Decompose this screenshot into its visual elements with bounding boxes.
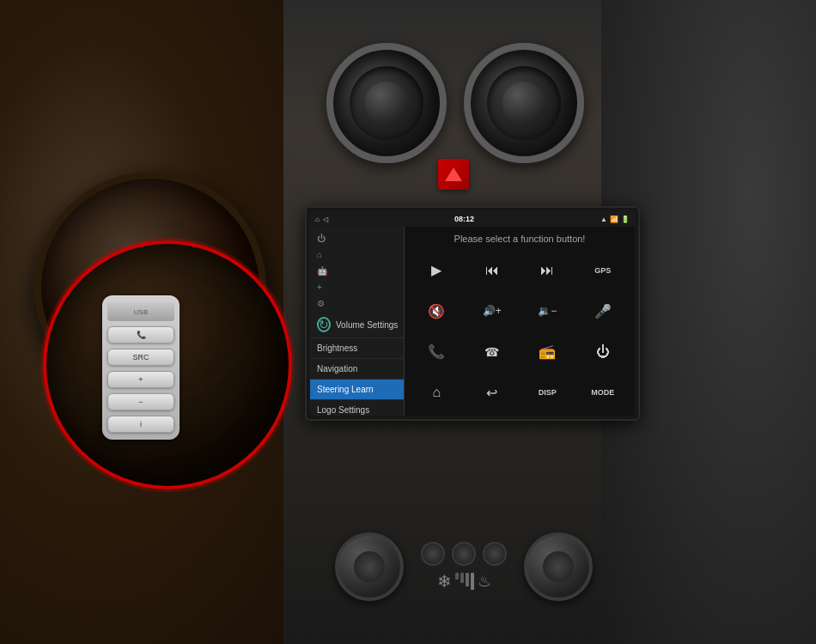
prompt-text: Please select a function button! [405, 227, 635, 247]
power-func-icon: ⏻ [596, 344, 610, 360]
settings-icon: ⚙ [317, 299, 325, 308]
steering-vol-up-btn[interactable]: + [107, 371, 174, 388]
menu-item-steering[interactable]: Steering Learn [310, 380, 404, 400]
func-radio-btn[interactable]: 📻 [521, 332, 575, 372]
radio-icon: 📻 [539, 343, 556, 360]
home-icon[interactable]: ⌂ [315, 216, 320, 223]
vent-right [464, 43, 584, 163]
vol-up-icon: 🔊+ [483, 305, 502, 317]
sidebar-settings-row[interactable]: ⚙ [310, 295, 404, 312]
func-play-btn[interactable]: ▶ [410, 251, 464, 290]
phone-icon: 📞 [428, 343, 445, 360]
climate-knob-right[interactable] [524, 532, 593, 601]
sidebar-nav-row[interactable]: + [310, 279, 404, 295]
steering-src-btn[interactable]: SRC [107, 349, 174, 366]
gps-label: GPS [594, 266, 611, 275]
hazard-button[interactable] [438, 159, 469, 190]
screen-content: ⏻ ⌂ 🤖 + ⚙ ↻ [310, 227, 635, 416]
screen-bezel: ⌂ ◁ 08:12 ▲ 📶 🔋 ⏻ [305, 206, 640, 421]
climate-btn-2[interactable] [452, 542, 476, 566]
sidebar-home-row[interactable]: ⌂ [310, 246, 404, 263]
climate-controls: ❄ ♨ [292, 524, 636, 610]
func-mic-btn[interactable]: 🎤 [576, 292, 630, 331]
home-func-icon: ⌂ [432, 385, 441, 400]
func-phone-btn[interactable]: 📞 [410, 332, 464, 372]
call-icon: ☎ [484, 345, 499, 359]
vol-down-icon: 🔉− [538, 305, 557, 317]
func-call-btn[interactable]: ☎ [466, 332, 520, 372]
menu-item-volume[interactable]: ↻ Volume Settings [310, 312, 404, 338]
func-vol-down-btn[interactable]: 🔉− [521, 292, 575, 331]
usb-slot: USB [107, 302, 174, 321]
status-bar-left: ⌂ ◁ [315, 216, 328, 223]
battery-icon: 🔋 [621, 216, 630, 223]
func-mute-btn[interactable]: 🔇 [410, 292, 464, 331]
climate-center-controls: ❄ ♨ [412, 542, 515, 592]
disp-label: DISP [539, 388, 557, 397]
hazard-triangle-icon [445, 167, 462, 181]
back-func-icon: ↩ [486, 385, 497, 401]
sidebar-android-row[interactable]: 🤖 [310, 263, 404, 279]
heat-icon: ♨ [478, 572, 491, 591]
sidebar-power-row[interactable]: ⏻ [310, 230, 404, 246]
fan-speed-indicator: ❄ [437, 571, 452, 592]
steering-area: USB 📞 SRC + − i [17, 129, 292, 472]
next-icon: ⏭ [540, 263, 554, 278]
climate-btn-1[interactable] [421, 542, 445, 566]
chevron-up-icon: ▲ [600, 216, 607, 223]
fan-speed-bars [455, 573, 474, 590]
home-sidebar-icon: ⌂ [317, 250, 322, 259]
infotainment-screen: ⌂ ◁ 08:12 ▲ 📶 🔋 ⏻ [310, 211, 635, 416]
func-power-btn[interactable]: ⏻ [576, 332, 630, 372]
mode-label: MODE [591, 388, 614, 397]
function-grid: ▶ ⏮ ⏭ GPS 🔇 [405, 247, 635, 416]
car-interior: USB 📞 SRC + − i ⌂ ◁ 0 [0, 0, 816, 644]
left-sidebar: ⏻ ⌂ 🤖 + ⚙ ↻ [310, 227, 405, 416]
func-next-btn[interactable]: ⏭ [521, 251, 575, 290]
steering-control-panel: USB 📞 SRC + − i [102, 295, 180, 440]
func-disp-btn[interactable]: DISP [521, 374, 575, 413]
steering-vol-down-btn[interactable]: − [107, 393, 174, 410]
climate-knob-left[interactable] [335, 532, 404, 601]
menu-item-logo[interactable]: Logo Settings [310, 400, 404, 416]
main-content: Please select a function button! ▶ ⏮ ⏭ [405, 227, 635, 416]
climate-btn-3[interactable] [483, 542, 507, 566]
back-icon[interactable]: ◁ [323, 216, 328, 223]
status-bar: ⌂ ◁ 08:12 ▲ 📶 🔋 [310, 211, 635, 227]
mic-icon: 🎤 [594, 303, 612, 319]
refresh-icon: ↻ [317, 317, 331, 332]
play-icon: ▶ [431, 262, 441, 278]
func-prev-btn[interactable]: ⏮ [466, 251, 520, 290]
signal-icon: 📶 [610, 216, 618, 223]
vent-left [326, 43, 447, 163]
func-vol-up-btn[interactable]: 🔊+ [466, 292, 520, 331]
func-back-btn[interactable]: ↩ [466, 374, 520, 413]
prev-icon: ⏮ [485, 263, 499, 278]
status-bar-right: ▲ 📶 🔋 [600, 216, 630, 223]
func-home-btn[interactable]: ⌂ [410, 374, 464, 413]
nav-icon: + [317, 283, 322, 292]
power-icon: ⏻ [317, 234, 326, 243]
android-icon: 🤖 [317, 266, 327, 276]
menu-item-navigation[interactable]: Navigation [310, 359, 404, 380]
red-highlight-circle: USB 📞 SRC + − i [43, 240, 292, 489]
func-mode-btn[interactable]: MODE [576, 374, 630, 413]
steering-info-btn[interactable]: i [107, 416, 174, 433]
steering-phone-btn[interactable]: 📞 [107, 326, 174, 343]
func-gps-btn[interactable]: GPS [576, 251, 630, 290]
status-time: 08:12 [454, 215, 474, 223]
mute-icon: 🔇 [428, 303, 445, 319]
menu-item-brightness[interactable]: Brightness [310, 338, 404, 359]
